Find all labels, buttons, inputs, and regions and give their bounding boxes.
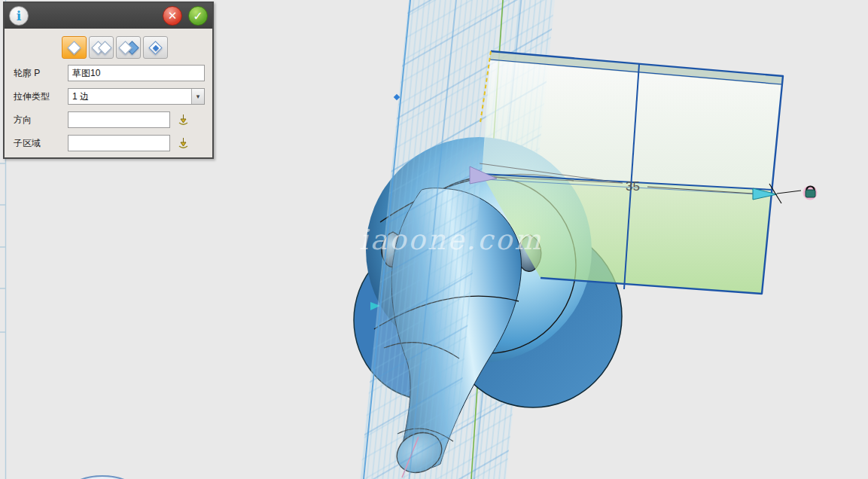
dialog-titlebar: i ✕ ✓ (5, 3, 212, 29)
pick-from-list-icon[interactable] (177, 137, 190, 150)
cad-workspace: 35 iaoone.com i ✕ ✓ (0, 0, 868, 479)
chevron-down-icon[interactable]: ▾ (191, 89, 204, 104)
boolean-add-button[interactable] (89, 36, 114, 59)
extrude-type-value: 1 边 (69, 90, 191, 103)
dimension-value[interactable]: 35 (626, 179, 640, 194)
extrude-type-row: 拉伸类型 1 边 ▾ (5, 88, 212, 105)
boolean-intersect-button[interactable] (143, 36, 168, 59)
profile-row: 轮廓 P (5, 65, 212, 81)
pick-from-list-icon[interactable] (177, 114, 190, 127)
dim-leader (777, 191, 801, 194)
direction-row: 方向 (5, 111, 212, 128)
extrude-type-combo[interactable]: 1 边 ▾ (68, 88, 205, 105)
boolean-base-button[interactable] (62, 36, 87, 59)
boolean-remove-button[interactable] (116, 36, 141, 59)
extrude-dialog: i ✕ ✓ 轮廓 P 拉伸类型 1 边 ▾ 方向 (3, 2, 214, 159)
diamond-icon (67, 41, 81, 54)
cancel-button[interactable]: ✕ (163, 6, 182, 26)
navigation-ball[interactable] (65, 476, 140, 479)
subregion-input[interactable] (68, 135, 170, 151)
watermark: iaoone.com (359, 224, 543, 256)
direction-input[interactable] (68, 111, 170, 128)
info-icon[interactable]: i (9, 6, 29, 26)
boolean-toolbar (5, 29, 212, 65)
profile-label: 轮廓 P (14, 67, 68, 80)
ok-button[interactable]: ✓ (188, 6, 208, 26)
extrude-type-label: 拉伸类型 (14, 90, 68, 103)
profile-input[interactable] (68, 65, 205, 81)
direction-label: 方向 (14, 114, 68, 127)
dim-lock-handle[interactable] (803, 186, 818, 200)
subregion-row: 子区域 (5, 135, 212, 151)
subregion-label: 子区域 (14, 137, 68, 150)
